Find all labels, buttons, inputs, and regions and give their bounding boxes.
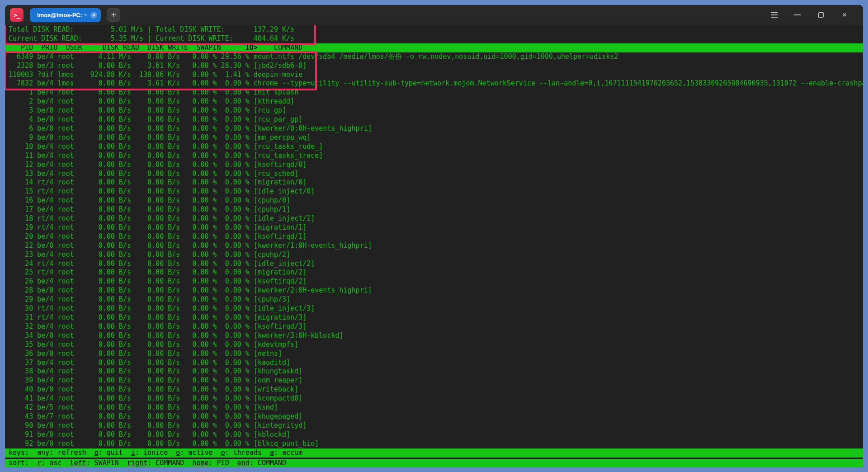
terminal-app-icon: >_	[10, 8, 24, 22]
key-shortcut: right	[127, 459, 147, 467]
bar-text: : PID	[209, 459, 237, 467]
process-row: 16 be/4 root 0.00 B/s 0.00 B/s 0.00 % 0.…	[5, 196, 863, 205]
menu-icon[interactable]	[770, 11, 778, 19]
process-row: 92 be/0 root 0.00 B/s 0.00 B/s 0.00 % 0.…	[5, 439, 863, 448]
close-icon: ×	[842, 11, 847, 19]
process-row: 11 be/4 root 0.00 B/s 0.00 B/s 0.00 % 0.…	[5, 151, 863, 160]
stat-current-disk: Current DISK READ: 5.35 M/s | Current DI…	[5, 34, 863, 43]
key-shortcut: left	[70, 459, 86, 467]
window-controls: ×	[770, 11, 863, 19]
process-row: 9 be/0 root 0.00 B/s 0.00 B/s 0.00 % 0.0…	[5, 133, 863, 142]
footer-sort-bar: sort: r: asc left: SWAPIN right: COMMAND…	[5, 459, 863, 468]
key-shortcut: a	[270, 448, 274, 457]
bar-text: : COMMAND	[250, 459, 286, 467]
key-shortcut: end	[237, 459, 250, 467]
process-row: 23 be/4 root 0.00 B/s 0.00 B/s 0.00 % 0.…	[5, 250, 863, 260]
process-row: 1 be/4 root 0.00 B/s 0.00 B/s 0.00 % 0.0…	[5, 88, 863, 97]
process-row: 18 rt/4 root 0.00 B/s 0.00 B/s 0.00 % 0.…	[5, 214, 863, 223]
process-row: 39 be/4 root 0.00 B/s 0.00 B/s 0.00 % 0.…	[5, 376, 863, 385]
process-row: 4 be/0 root 0.00 B/s 0.00 B/s 0.00 % 0.0…	[5, 115, 863, 124]
process-row: 34 be/0 root 0.00 B/s 0.00 B/s 0.00 % 0.…	[5, 331, 863, 340]
bar-text: IO>	[245, 43, 258, 52]
maximize-button[interactable]	[817, 11, 825, 19]
key-shortcut: q	[94, 448, 99, 457]
process-row: 37 be/4 root 0.00 B/s 0.00 B/s 0.00 % 0.…	[5, 359, 863, 368]
title-bar[interactable]: >_ lmos@lmos-PC: ~ × + ×	[5, 5, 863, 25]
stat-total-disk: Total DISK READ: 5.01 M/s | Total DISK W…	[5, 25, 863, 34]
footer-keys-bar: keys: any: refresh q: quit i: ionice o: …	[5, 448, 863, 458]
key-shortcut: p	[221, 448, 225, 457]
process-row: 110003 ?dif lmos 924.88 K/s 130.06 K/s 0…	[5, 71, 863, 80]
process-row: 7832 be/4 lmos 0.00 B/s 3.61 K/s 0.00 % …	[5, 79, 863, 88]
tab-close-icon[interactable]: ×	[90, 12, 97, 19]
bar-text: keys: any: refresh	[9, 448, 94, 457]
process-row: 13 be/4 root 0.00 B/s 0.00 B/s 0.00 % 0.…	[5, 170, 863, 179]
process-row: 32 be/4 root 0.00 B/s 0.00 B/s 0.00 % 0.…	[5, 322, 863, 331]
process-row: 17 be/4 root 0.00 B/s 0.00 B/s 0.00 % 0.…	[5, 205, 863, 214]
process-row: 31 rt/4 root 0.00 B/s 0.00 B/s 0.00 % 0.…	[5, 313, 863, 322]
process-row: 20 be/4 root 0.00 B/s 0.00 B/s 0.00 % 0.…	[5, 232, 863, 241]
process-row: 29 be/4 root 0.00 B/s 0.00 B/s 0.00 % 0.…	[5, 295, 863, 304]
key-shortcut: o	[176, 448, 180, 457]
process-row: 35 be/4 root 0.00 B/s 0.00 B/s 0.00 % 0.…	[5, 340, 863, 349]
hamburger-icon	[771, 12, 778, 18]
process-row: 26 be/4 root 0.00 B/s 0.00 B/s 0.00 % 0.…	[5, 277, 863, 286]
process-row: 3 be/0 root 0.00 B/s 0.00 B/s 0.00 % 0.0…	[5, 106, 863, 115]
close-button[interactable]: ×	[840, 11, 849, 19]
terminal-prompt-glyph: >_	[14, 12, 20, 18]
bar-text: PID PRIO USER DISK READ DISK WRITE SWAPI…	[9, 43, 245, 52]
process-row: 38 be/4 root 0.00 B/s 0.00 B/s 0.00 % 0.…	[5, 367, 863, 376]
bar-text: : ionice	[135, 448, 176, 457]
footer-bars: keys: any: refresh q: quit i: ionice o: …	[5, 448, 863, 467]
process-row: 19 rt/4 root 0.00 B/s 0.00 B/s 0.00 % 0.…	[5, 223, 863, 232]
process-table: 6349 be/4 root 4.11 M/s 0.00 B/s 0.00 % …	[5, 52, 863, 448]
process-row: 40 be/0 root 0.00 B/s 0.00 B/s 0.00 % 0.…	[5, 385, 863, 394]
key-shortcut: i	[131, 448, 135, 457]
minimize-button[interactable]	[793, 11, 802, 19]
tab-title: lmos@lmos-PC: ~	[37, 12, 87, 19]
bar-text: : SWAPIN	[86, 459, 127, 467]
process-row: 30 rt/4 root 0.00 B/s 0.00 B/s 0.00 % 0.…	[5, 304, 863, 313]
process-row: 15 rt/4 root 0.00 B/s 0.00 B/s 0.00 % 0.…	[5, 187, 863, 196]
terminal-screen[interactable]: Total DISK READ: 5.01 M/s | Total DISK W…	[5, 25, 863, 467]
terminal-window: >_ lmos@lmos-PC: ~ × + × Total DISK READ…	[5, 5, 863, 467]
key-shortcut: home	[192, 459, 208, 467]
bar-text: : threads	[225, 448, 270, 457]
tab-active[interactable]: lmos@lmos-PC: ~ ×	[30, 8, 101, 22]
key-shortcut: r	[37, 459, 41, 467]
restore-icon	[818, 12, 824, 18]
process-row: 2328 be/3 root 0.00 B/s 3.61 K/s 0.00 % …	[5, 61, 863, 71]
bar-text: : active	[180, 448, 221, 457]
process-row: 14 rt/4 root 0.00 B/s 0.00 B/s 0.00 % 0.…	[5, 178, 863, 187]
process-row: 41 be/4 root 0.00 B/s 0.00 B/s 0.00 % 0.…	[5, 394, 863, 403]
process-row: 6 be/0 root 0.00 B/s 0.00 B/s 0.00 % 0.0…	[5, 124, 863, 133]
minimize-icon	[794, 14, 801, 15]
process-row: 36 be/0 root 0.00 B/s 0.00 B/s 0.00 % 0.…	[5, 349, 863, 359]
bar-text: : quit	[99, 448, 131, 457]
process-row: 43 be/7 root 0.00 B/s 0.00 B/s 0.00 % 0.…	[5, 412, 863, 421]
process-row: 25 rt/4 root 0.00 B/s 0.00 B/s 0.00 % 0.…	[5, 268, 863, 277]
bar-text: : COMMAND	[147, 459, 192, 467]
process-row: 24 rt/4 root 0.00 B/s 0.00 B/s 0.00 % 0.…	[5, 260, 863, 269]
process-row: 42 be/5 root 0.00 B/s 0.00 B/s 0.00 % 0.…	[5, 403, 863, 412]
bar-text: : accum	[274, 448, 302, 457]
process-row: 28 be/0 root 0.00 B/s 0.00 B/s 0.00 % 0.…	[5, 286, 863, 295]
process-row: 12 be/4 root 0.00 B/s 0.00 B/s 0.00 % 0.…	[5, 160, 863, 170]
process-row: 2 be/4 root 0.00 B/s 0.00 B/s 0.00 % 0.0…	[5, 97, 863, 106]
process-row: 10 be/4 root 0.00 B/s 0.00 B/s 0.00 % 0.…	[5, 142, 863, 151]
bar-text: sort:	[9, 459, 37, 467]
process-row: 6349 be/4 root 4.11 M/s 0.00 B/s 0.00 % …	[5, 52, 863, 61]
new-tab-button[interactable]: +	[107, 8, 120, 22]
bar-text: : asc	[41, 459, 70, 467]
process-row: 90 be/0 root 0.00 B/s 0.00 B/s 0.00 % 0.…	[5, 421, 863, 430]
process-row: 91 be/0 root 0.00 B/s 0.00 B/s 0.00 % 0.…	[5, 430, 863, 439]
bar-text: COMMAND	[258, 43, 302, 52]
table-header-bar: PID PRIO USER DISK READ DISK WRITE SWAPI…	[5, 43, 863, 52]
process-row: 22 be/0 root 0.00 B/s 0.00 B/s 0.00 % 0.…	[5, 241, 863, 250]
